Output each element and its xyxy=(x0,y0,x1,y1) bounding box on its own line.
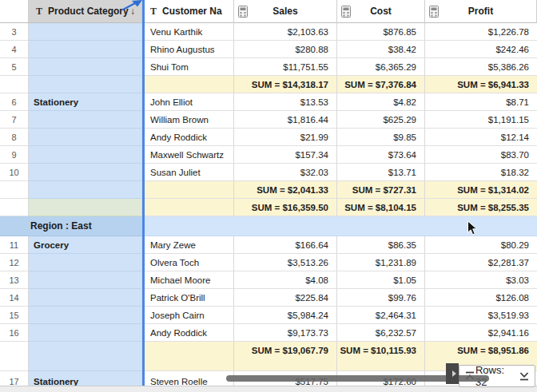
cell-cost[interactable]: SUM = $727.31 xyxy=(337,181,425,199)
cell-cost[interactable]: $73.64 xyxy=(337,146,425,164)
cell-profit[interactable]: $1,226.78 xyxy=(425,23,537,41)
cell-customer-name[interactable]: Michael Moore xyxy=(145,271,234,289)
cell-sales[interactable]: $9,173.73 xyxy=(234,324,337,342)
cell-profit[interactable]: $3.03 xyxy=(425,271,537,289)
cell-cost[interactable]: $1,231.89 xyxy=(337,254,425,271)
cell-profit[interactable]: $3,519.93 xyxy=(425,307,537,324)
cell-customer-name[interactable]: Joseph Cairn xyxy=(145,307,234,324)
cell-sales[interactable]: $13.53 xyxy=(234,93,337,111)
cell-customer-name[interactable]: Andy Roddick xyxy=(145,129,234,146)
cell-profit[interactable]: $242.46 xyxy=(425,41,537,58)
cell-customer-name[interactable] xyxy=(145,199,234,216)
cell-customer-name[interactable]: Maxwell Schwartz xyxy=(145,146,234,164)
caption-label-cell[interactable]: Region : East xyxy=(0,216,142,236)
cell-customer-name[interactable]: John Elliot xyxy=(145,93,234,111)
cell-profit[interactable]: $2,941.16 xyxy=(425,324,537,342)
column-header-sales[interactable]: Sales xyxy=(234,0,337,23)
cell-customer-name[interactable]: Susan Juliet xyxy=(145,164,234,181)
cell-customer-name[interactable]: Venu Karthik xyxy=(145,23,234,41)
row-number-cell[interactable]: 3 xyxy=(0,23,29,41)
cell-sales[interactable]: $280.88 xyxy=(234,41,337,58)
cell-profit[interactable]: $126.08 xyxy=(425,289,537,307)
cell-product-category[interactable] xyxy=(29,181,142,199)
cell-product-category[interactable]: Stationery xyxy=(29,93,142,111)
cell-customer-name[interactable]: Andy Roddick xyxy=(145,324,234,342)
cell-cost[interactable]: $13.71 xyxy=(337,164,425,181)
cell-profit[interactable]: $1,191.15 xyxy=(425,111,537,129)
cell-product-category[interactable] xyxy=(29,41,142,58)
cell-cost[interactable]: $625.29 xyxy=(337,111,425,129)
cell-cost[interactable]: $38.42 xyxy=(337,41,425,58)
row-number-cell[interactable]: 12 xyxy=(0,254,29,271)
cell-profit[interactable]: SUM = $8,255.35 xyxy=(425,199,537,216)
cell-sales[interactable]: $5,984.24 xyxy=(234,307,337,324)
cell-customer-name[interactable]: Rhino Augustus xyxy=(145,41,234,58)
cell-sales[interactable]: $21.99 xyxy=(234,129,337,146)
cell-cost[interactable]: $1.05 xyxy=(337,271,425,289)
cell-profit[interactable]: SUM = $6,941.33 xyxy=(425,76,537,93)
cell-cost[interactable]: $4.82 xyxy=(337,93,425,111)
cell-profit[interactable]: $18.32 xyxy=(425,164,537,181)
row-number-cell[interactable]: 7 xyxy=(0,111,29,129)
cell-cost[interactable]: $2,464.31 xyxy=(337,307,425,324)
column-header-profit[interactable]: Profit xyxy=(425,0,537,23)
cell-cost[interactable]: SUM = $8,104.15 xyxy=(337,199,425,216)
row-number-cell[interactable] xyxy=(0,342,29,371)
cell-product-category[interactable] xyxy=(29,76,142,93)
row-number-cell[interactable] xyxy=(0,181,29,199)
cell-cost[interactable]: $9.85 xyxy=(337,129,425,146)
filter-icon[interactable]: T xyxy=(150,6,157,18)
cell-product-category[interactable] xyxy=(29,146,142,164)
cell-sales[interactable]: SUM = $2,041.33 xyxy=(234,181,337,199)
cell-sales[interactable]: $166.64 xyxy=(234,236,337,254)
row-number-cell[interactable] xyxy=(0,199,29,216)
cell-sales[interactable]: $11,751.55 xyxy=(234,58,337,76)
row-number-cell[interactable]: 15 xyxy=(0,307,29,324)
cell-profit[interactable]: $12.14 xyxy=(425,129,537,146)
cell-customer-name[interactable]: Shui Tom xyxy=(145,58,234,76)
cell-sales[interactable]: $2,103.63 xyxy=(234,23,337,41)
cell-product-category[interactable] xyxy=(29,111,142,129)
cell-product-category[interactable] xyxy=(29,254,142,271)
cell-sales[interactable]: SUM = $19,067.79 xyxy=(234,342,337,371)
cell-profit[interactable]: $83.70 xyxy=(425,146,537,164)
row-number-cell[interactable]: 14 xyxy=(0,289,29,307)
row-number-cell[interactable]: 16 xyxy=(0,324,29,342)
cell-profit[interactable]: $5,386.26 xyxy=(425,58,537,76)
cell-cost[interactable]: $99.76 xyxy=(337,289,425,307)
column-header-customer-name[interactable]: T Customer Na xyxy=(145,0,234,23)
scrollbar-right-handle[interactable] xyxy=(446,363,459,384)
cell-customer-name[interactable] xyxy=(145,342,234,371)
cell-product-category[interactable] xyxy=(29,324,142,342)
cell-sales[interactable]: $3,513.26 xyxy=(234,254,337,271)
cell-product-category[interactable] xyxy=(29,289,142,307)
row-number-cell[interactable]: 6 xyxy=(0,93,29,111)
row-number-cell[interactable]: 4 xyxy=(0,41,29,58)
cell-product-category[interactable] xyxy=(29,342,142,371)
cell-profit[interactable]: SUM = $1,314.02 xyxy=(425,181,537,199)
cell-customer-name[interactable]: Patrick O'Brill xyxy=(145,289,234,307)
cell-cost[interactable]: $6,365.29 xyxy=(337,58,425,76)
cell-product-category[interactable] xyxy=(29,129,142,146)
scroll-to-bottom-icon[interactable] xyxy=(519,371,530,381)
row-number-cell[interactable]: 11 xyxy=(0,236,29,254)
cell-customer-name[interactable] xyxy=(145,76,234,93)
column-header-cost[interactable]: Cost xyxy=(337,0,425,23)
cell-product-category[interactable] xyxy=(29,271,142,289)
row-number-cell[interactable]: 8 xyxy=(0,129,29,146)
cell-product-category[interactable] xyxy=(29,164,142,181)
cell-profit[interactable]: $8.71 xyxy=(425,93,537,111)
cell-cost[interactable]: $876.85 xyxy=(337,23,425,41)
cell-sales[interactable]: SUM = $16,359.50 xyxy=(234,199,337,216)
cell-product-category[interactable] xyxy=(29,307,142,324)
cell-customer-name[interactable]: William Brown xyxy=(145,111,234,129)
filter-icon[interactable]: T xyxy=(36,6,42,18)
row-number-cell[interactable]: 5 xyxy=(0,58,29,76)
cell-profit[interactable]: $80.29 xyxy=(425,236,537,254)
row-number-cell[interactable] xyxy=(0,76,29,93)
cell-sales[interactable]: $1,816.44 xyxy=(234,111,337,129)
row-number-cell[interactable]: 9 xyxy=(0,146,29,164)
cell-product-category[interactable] xyxy=(29,58,142,76)
cell-cost[interactable]: $86.35 xyxy=(337,236,425,254)
cell-cost[interactable]: $6,232.57 xyxy=(337,324,425,342)
